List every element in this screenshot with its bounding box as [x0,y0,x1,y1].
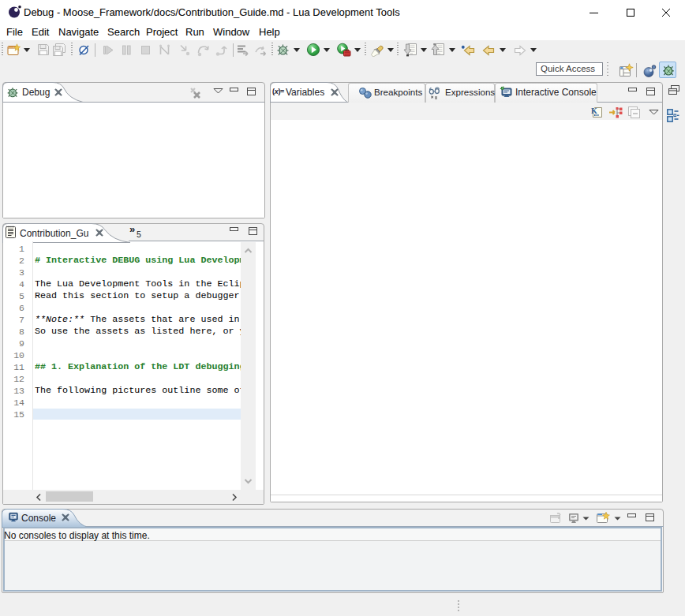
svg-text:K: K [591,106,597,115]
